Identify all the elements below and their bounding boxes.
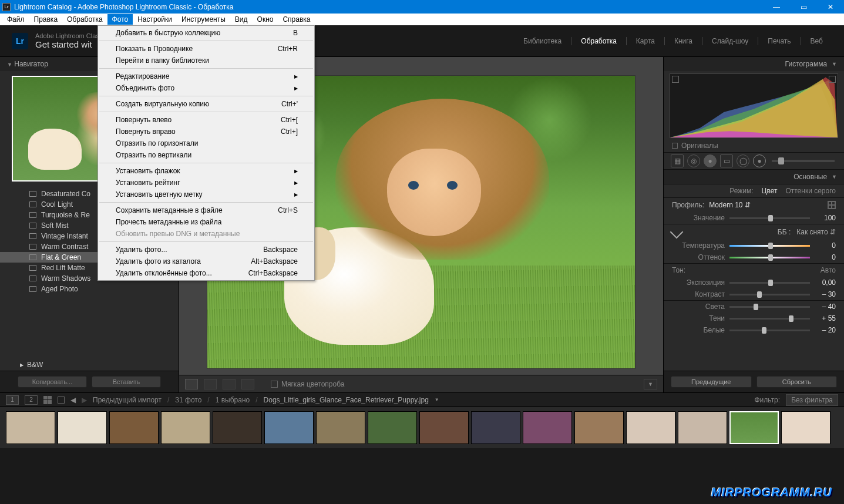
filmstrip-thumb[interactable] [419,411,469,444]
basic-panel-header[interactable]: Основные ▼ [664,170,844,184]
menu-item[interactable]: Установить цветную метку▶ [98,189,314,200]
filmstrip-thumb[interactable] [781,411,830,444]
redeye-tool[interactable]: ● [704,154,717,167]
treatment-gray[interactable]: Оттенки серого [785,187,836,195]
menu-item[interactable]: Удалить фото из каталогаAlt+Backspace [98,256,314,267]
soft-proof-toggle[interactable]: Мягкая цветопроба [271,380,344,388]
previous-button[interactable]: Предыдущие [671,376,752,388]
menu-item[interactable]: Удалить отклонённые фото...Ctrl+Backspac… [98,267,314,279]
menu-item[interactable]: Редактирование▶ [98,70,314,82]
filmstrip-thumb[interactable] [213,411,262,444]
tint-value[interactable]: 0 [815,253,836,261]
filmstrip-source[interactable]: Предыдущий импорт [93,396,162,404]
temperature-value[interactable]: 0 [815,241,836,250]
histogram-header[interactable]: Гистограмма ▼ [664,57,844,71]
menu-item[interactable]: Объединить фото▶ [98,82,314,94]
filmstrip-thumb[interactable] [368,411,417,444]
menu-window[interactable]: Окно [253,14,278,25]
spot-tool[interactable]: ◎ [687,154,700,167]
histogram[interactable] [670,73,838,138]
profile-browser-button[interactable] [828,201,836,209]
module-tab[interactable]: Слайд-шоу [702,37,758,45]
tint-slider[interactable] [729,257,810,258]
compare-lr-button[interactable] [223,379,236,389]
menu-item[interactable]: Отразить по вертикали [98,149,314,161]
window-close-button[interactable]: ✕ [817,0,844,14]
mask-overlay-slider[interactable] [772,160,835,162]
back-arrow-icon[interactable]: ◀ [70,396,76,404]
profile-amount-slider[interactable] [729,217,810,219]
module-tab[interactable]: Библиотека [514,37,571,45]
module-tab[interactable]: Карта [626,37,664,45]
filmstrip-thumb[interactable] [471,411,520,444]
filmstrip-thumb[interactable] [678,411,727,444]
profile-select[interactable]: Modern 10 ⇵ [709,201,751,209]
module-tab[interactable]: Веб [801,37,832,45]
filmstrip-thumb[interactable] [626,411,675,444]
module-tab[interactable]: Печать [758,37,800,45]
shadow-clip-indicator[interactable] [672,76,679,83]
exposure-slider[interactable] [729,282,810,284]
menu-item[interactable]: Показать в ПроводникеCtrl+R [98,43,314,55]
crop-tool[interactable]: ▦ [671,154,684,167]
radial-tool[interactable]: ◯ [737,154,749,167]
menu-tools[interactable]: Инструменты [177,14,230,25]
contrast-value[interactable]: – 30 [815,290,836,298]
menu-edit[interactable]: Правка [29,14,63,25]
paste-settings-button[interactable]: Вставить [92,376,161,388]
primary-monitor-button[interactable]: 1 [6,395,19,405]
filmstrip-thumb[interactable] [6,411,55,444]
grid-view-button[interactable] [43,396,52,404]
filmstrip-thumb[interactable] [316,411,365,444]
module-tab[interactable]: Обработка [571,37,626,45]
menu-item[interactable]: Повернуть вправоCtrl+] [98,126,314,137]
window-minimize-button[interactable]: — [763,0,790,14]
shadows-value[interactable]: + 55 [815,314,836,322]
filmstrip-thumb[interactable] [574,411,624,444]
menu-item[interactable]: Установить рейтинг▶ [98,177,314,189]
compare-tb-button[interactable] [241,379,254,389]
window-maximize-button[interactable]: ▭ [790,0,817,14]
treatment-color[interactable]: Цвет [762,187,778,195]
whites-slider[interactable] [729,330,810,331]
filter-select[interactable]: Без фильтра [786,394,838,406]
menu-help[interactable]: Справка [278,14,315,25]
menu-item[interactable]: Установить флажок▶ [98,165,314,177]
highlights-value[interactable]: – 40 [815,303,836,311]
preset-group-bw[interactable]: ▶ B&W [0,359,179,371]
before-after-button[interactable] [204,379,217,389]
menu-item[interactable]: Удалить фото...Backspace [98,244,314,256]
toolbar-options-button[interactable]: ▼ [644,379,657,389]
filmstrip-thumb[interactable] [523,411,572,444]
filmstrip-thumb[interactable] [109,411,159,444]
filmstrip[interactable] [0,407,844,448]
menu-item[interactable]: Сохранить метаданные в файлеCtrl+S [98,204,314,216]
originals-toggle[interactable]: Оригиналы [664,139,844,152]
reset-button[interactable]: Сбросить [756,376,838,388]
brush-tool[interactable]: ● [753,154,766,167]
preset-item[interactable]: Aged Photo [0,284,179,294]
wb-select[interactable]: Как снято ⇵ [796,228,836,236]
filmstrip-thumb[interactable] [264,411,314,444]
square-view-button[interactable] [58,397,65,404]
menu-develop[interactable]: Обработка [62,14,107,25]
filmstrip-thumb[interactable] [161,411,210,444]
forward-arrow-icon[interactable]: ▶ [82,396,87,404]
menu-item[interactable]: Добавить в быструю коллекциюB [98,27,314,39]
menu-view[interactable]: Вид [230,14,253,25]
whites-value[interactable]: – 20 [815,326,836,334]
filmstrip-thumb[interactable] [58,411,107,444]
filename-dropdown-icon[interactable]: ▼ [435,397,439,402]
temperature-slider[interactable] [729,245,810,247]
highlight-clip-indicator[interactable] [829,76,836,83]
menu-item[interactable]: Перейти в папку библиотеки [98,55,314,66]
exposure-value[interactable]: 0,00 [815,278,836,287]
auto-tone-button[interactable]: Авто [821,266,836,274]
wb-dropper-icon[interactable] [670,226,684,239]
menu-photo[interactable]: Фото [107,14,133,25]
copy-settings-button[interactable]: Копировать... [18,376,87,388]
highlights-slider[interactable] [729,306,810,308]
menu-item[interactable]: Повернуть влевоCtrl+[ [98,114,314,126]
gradient-tool[interactable]: ▭ [720,154,733,167]
menu-item[interactable]: Прочесть метаданные из файла [98,216,314,228]
